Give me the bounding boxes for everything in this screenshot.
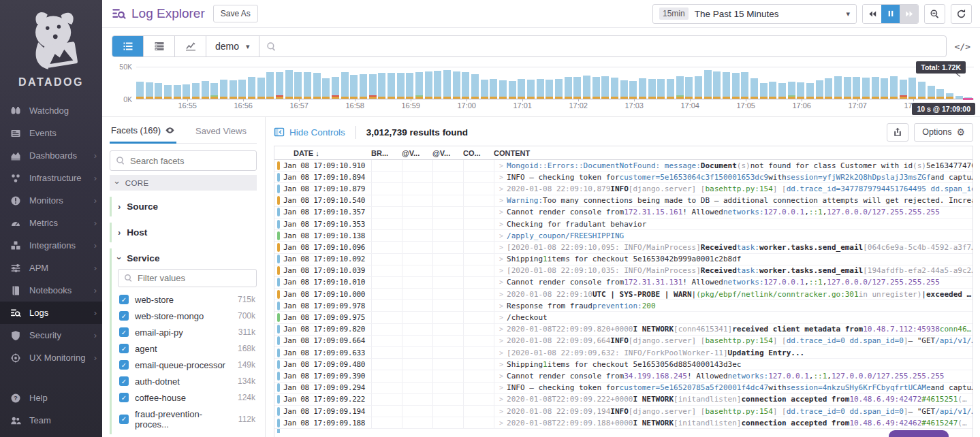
expand-chevron-icon[interactable]: > (499, 174, 503, 181)
histogram-bar[interactable] (481, 80, 488, 99)
histogram-bar[interactable] (657, 79, 665, 99)
expand-chevron-icon[interactable]: > (499, 278, 503, 286)
histogram-bar[interactable] (769, 82, 776, 99)
log-row[interactable]: Jan 08 17:09:09.194>2020-01-08 22:09:09,… (274, 406, 973, 417)
sidebar-item-dashboards[interactable]: Dashboards› (0, 144, 102, 167)
log-row[interactable]: Jan 08 17:09:09.294>INFO – checking toke… (274, 383, 973, 394)
histogram-bar[interactable] (936, 89, 944, 99)
histogram-bar[interactable] (918, 82, 926, 99)
dense-list-view-button[interactable] (144, 36, 175, 56)
sidebar-item-ux-monitoring[interactable]: UX Monitoring› (0, 346, 102, 369)
export-button[interactable] (887, 123, 908, 142)
log-row[interactable]: Jan 08 17:09:10.000>2020-01-08 22:09:10 … (274, 289, 973, 300)
log-row[interactable]: Jan 08 17:09:10.540>Warning: Too many co… (274, 195, 973, 207)
histogram-bar[interactable] (434, 71, 441, 99)
histogram-bar[interactable] (443, 70, 451, 99)
histogram-bar[interactable] (146, 82, 153, 99)
expand-chevron-icon[interactable]: > (499, 395, 503, 403)
histogram-bar[interactable] (685, 77, 693, 99)
histogram-bar[interactable] (825, 78, 832, 99)
expand-chevron-icon[interactable]: > (499, 221, 503, 228)
sidebar-item-events[interactable]: Events (0, 122, 102, 144)
histogram-bar[interactable] (257, 78, 265, 99)
histogram-bar[interactable] (750, 78, 758, 99)
histogram-bar[interactable] (192, 83, 200, 99)
log-row[interactable]: Jan 08 17:09:10.357>Cannot render consol… (274, 207, 973, 218)
log-row[interactable]: Jan 08 17:09:09.480>Shipping 1 items for… (274, 359, 973, 370)
expand-chevron-icon[interactable]: > (499, 255, 503, 263)
histogram-bar[interactable] (834, 76, 842, 99)
log-row[interactable]: Jan 08 17:09:09.222>2020-01-08T22:09:09.… (274, 394, 973, 406)
histogram-bar[interactable] (360, 74, 367, 99)
service-value-auth-dotnet[interactable]: ✓auth-dotnet134k (118, 373, 257, 389)
histogram-bar[interactable] (928, 86, 935, 99)
histogram-bar[interactable] (890, 76, 898, 99)
sidebar-item-monitors[interactable]: Monitors› (0, 189, 102, 212)
zoom-out-button[interactable] (924, 4, 945, 24)
expand-chevron-icon[interactable]: > (499, 314, 503, 321)
column-header-co[interactable]: CO... (463, 149, 494, 157)
histogram-bar[interactable] (676, 76, 684, 99)
facet-service-header[interactable]: › Service (118, 250, 257, 266)
log-row[interactable]: Jan 08 17:09:10.910>Mongoid::Errors::Doc… (274, 160, 973, 172)
histogram-bar[interactable] (881, 78, 888, 99)
histogram-bar[interactable] (527, 80, 535, 99)
histogram-bar[interactable] (238, 80, 246, 99)
save-as-button[interactable]: Save As (213, 5, 258, 22)
checkbox-checked[interactable]: ✓ (119, 393, 129, 402)
histogram-bar[interactable] (639, 78, 646, 99)
search-input[interactable] (282, 42, 939, 52)
expand-chevron-icon[interactable]: > (499, 325, 503, 333)
service-value-web-store[interactable]: ✓web-store715k (118, 291, 257, 308)
log-row[interactable]: Jan 08 17:09:10.353>Checking for fradula… (274, 218, 973, 230)
list-view-button[interactable] (112, 36, 144, 56)
histogram-bar[interactable] (509, 81, 516, 99)
service-value-coffee-house[interactable]: ✓coffee-house124k (118, 389, 257, 406)
histogram-bar[interactable] (704, 70, 712, 99)
log-row[interactable]: Jan 08 17:09:10.039>[2020-01-08 22:09:10… (274, 265, 973, 277)
expand-chevron-icon[interactable]: > (499, 337, 503, 344)
histogram-bar[interactable] (537, 79, 544, 99)
column-header-@v[interactable]: @V... (432, 149, 463, 157)
service-value-agent[interactable]: ✓agent168k (118, 340, 257, 357)
histogram-bar[interactable] (350, 75, 358, 99)
histogram-bar[interactable] (806, 83, 814, 99)
histogram-bar[interactable] (276, 72, 283, 99)
histogram-bar[interactable] (266, 72, 274, 99)
log-row[interactable]: Jan 08 17:09:10.092>Shipping 1 items for… (274, 254, 973, 265)
log-row[interactable]: Jan 08 17:09:09.975>/checkout (274, 312, 973, 323)
checkbox-checked[interactable]: ✓ (119, 415, 129, 424)
service-value-email-queue-processor[interactable]: ✓email-queue-processor149k (118, 357, 257, 373)
expand-chevron-icon[interactable]: > (499, 208, 503, 216)
facet-search-input[interactable] (130, 156, 251, 166)
histogram-bar[interactable] (322, 78, 330, 99)
hide-controls-button[interactable]: Hide Controls (274, 127, 345, 137)
expand-chevron-icon[interactable]: > (499, 384, 503, 391)
expand-chevron-icon[interactable]: > (499, 361, 503, 368)
histogram-bar[interactable] (313, 73, 321, 99)
histogram-bar[interactable] (648, 79, 656, 99)
facet-group-core[interactable]: › CORE (110, 175, 257, 191)
histogram-bar[interactable] (592, 77, 600, 99)
histogram-bar[interactable] (425, 71, 432, 99)
checkbox-checked[interactable]: ✓ (119, 344, 129, 353)
log-row[interactable]: Jan 08 17:09:10.010>Cannot render consol… (274, 277, 973, 289)
histogram-bar[interactable] (388, 73, 395, 99)
checkbox-checked[interactable]: ✓ (119, 295, 129, 304)
histogram-bar[interactable] (294, 72, 302, 99)
histogram-bar[interactable] (844, 77, 851, 99)
column-header-br[interactable]: BR... (371, 149, 402, 157)
log-row[interactable]: Jan 08 17:09:09.633>[2020-01-08 22:09:09… (274, 347, 973, 359)
histogram-bar[interactable] (397, 73, 405, 99)
refresh-button[interactable] (951, 4, 972, 24)
histogram-bar[interactable] (797, 82, 804, 99)
expand-chevron-icon[interactable]: > (499, 372, 503, 380)
histogram-bar[interactable] (955, 96, 963, 99)
help-chat-pill[interactable] (889, 430, 949, 437)
histogram-bar[interactable] (900, 80, 907, 99)
histogram-bar[interactable] (220, 80, 227, 99)
expand-chevron-icon[interactable]: > (499, 232, 503, 240)
pause-button[interactable] (881, 5, 900, 23)
options-button[interactable]: Options ⚙ (914, 123, 973, 142)
histogram-bar[interactable] (248, 77, 255, 99)
